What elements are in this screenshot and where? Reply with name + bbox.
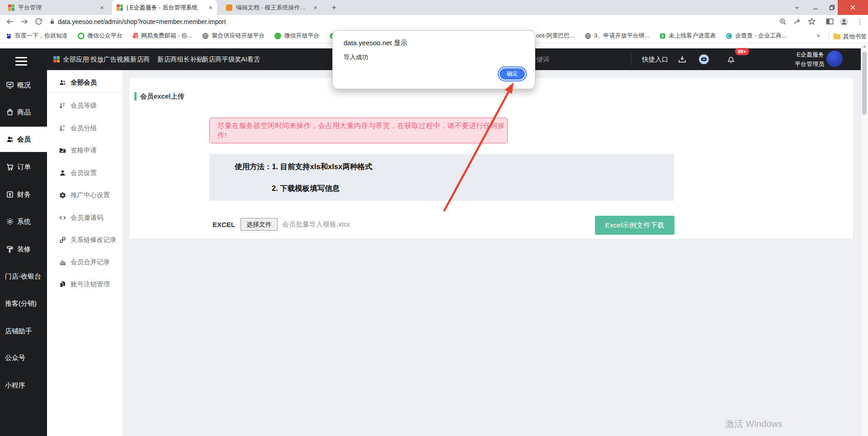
choose-file-button[interactable]: 选择文件 [241,218,278,231]
bookmark-item[interactable]: 微信公众平台 [78,32,123,40]
sidebar-item-decorate[interactable]: 装修 [0,237,47,262]
sidebar-item-official-account[interactable]: 公众号 [0,345,47,370]
menu-merge-log[interactable]: 会员合并记录 [47,251,123,273]
tab-close-icon[interactable]: × [314,5,317,11]
download-sample-button[interactable]: Excel示例文件下载 [595,216,675,235]
browser-profile-avatar[interactable] [839,17,849,27]
tab-close-icon[interactable]: × [209,5,212,11]
restore-button[interactable] [825,0,839,15]
hamburger-icon[interactable] [15,55,27,68]
submenu-divider [47,92,123,93]
eqy-logo-icon [8,5,14,11]
menu-member-group[interactable]: Az 会员分组 [47,117,123,139]
page-title: 会员excel上传 [140,91,184,101]
sidebar-item-order[interactable]: 订单 [0,154,47,180]
forward-icon[interactable] [20,17,29,26]
quick-entry-button[interactable]: 快捷入口 [642,48,668,70]
sidebar-item-shop-assistant[interactable]: 店铺助手 [0,318,47,344]
baidu-icon [5,33,12,39]
zoom-icon[interactable] [778,17,787,26]
tab-search-chevron-icon[interactable] [790,0,804,15]
download-icon[interactable] [677,54,687,64]
lock-icon[interactable] [49,18,56,25]
dashboard-icon [6,81,14,89]
nav-level-award[interactable]: 新店商平级奖 [202,48,241,70]
bookmark-item[interactable]: 企查查 - 企业工商... [726,32,786,40]
tab-platform[interactable]: 平台管理 × [4,0,108,15]
share-icon[interactable] [793,17,802,26]
tab-document[interactable]: 编辑文档 - 模王系统操作指南，接 × [222,0,322,15]
sidebar-item-pos[interactable]: 门店-收银台 [0,264,47,289]
svg-text:A: A [63,125,65,128]
menu-qualification[interactable]: 资格申请 [47,139,123,161]
url-text[interactable]: data.yeesoo.net/admin/shop?route=member.… [58,15,226,28]
bookmark-item[interactable]: ont-阿里巴巴... [536,32,575,40]
menu-member-settings[interactable]: 会员设置 [47,161,123,184]
nav-ad-video[interactable]: 投放广告视频 [90,48,130,70]
browser-window: 平台管理 × | E企盈服务 - 后台管理系统 × 编辑文档 - 模王系统操作指… [0,0,868,436]
refresh-icon[interactable] [34,17,43,26]
menu-all-members[interactable]: 全部会员 [47,71,123,94]
nav-divider [631,53,631,66]
wechat-mp-icon [78,33,85,39]
folder-icon [834,34,840,39]
nav-ai-tongue[interactable]: AI看舌 [241,48,260,70]
account-info[interactable]: E企盈服务 平台管理员 [795,50,824,69]
more-menu-icon[interactable]: ⋮ [856,17,863,26]
sidebar-item-finance[interactable]: 财务 [0,182,47,207]
wechat-open-icon [274,33,281,39]
sidebar-item-mini-program[interactable]: 小程序 [0,373,47,398]
warning-banner: 尽量在服务器空闲时间来操作，会占用大量内存与带宽，在获取过程中，请不要进行任何操… [209,118,508,143]
dialog-confirm-button[interactable]: 确定 [500,68,525,80]
tab-close-icon[interactable]: × [100,5,104,11]
new-tab-button[interactable]: + [328,2,340,13]
globe-icon [202,33,209,39]
sidebar-item-system[interactable]: 系统 [0,209,47,234]
bookmark-item[interactable]: 3、申请开放平台绑... [585,32,649,40]
bookmark-item[interactable]: 微信开放平台 [274,32,319,40]
bookmark-item[interactable]: 易 网易免费邮箱 - 你... [132,32,192,40]
bookmarks-divider [829,32,829,40]
svg-text:z: z [63,128,64,131]
doc-favicon-icon [226,5,232,11]
minimize-button[interactable] [808,0,823,15]
bell-icon[interactable] [726,54,736,64]
bookmarks-overflow-icon[interactable]: » [816,31,820,39]
address-bar: data.yeesoo.net/admin/shop?route=member.… [0,15,868,28]
user-avatar[interactable] [826,51,843,67]
nav-new-shop[interactable]: 新店商 [130,48,150,70]
close-button[interactable] [838,0,868,15]
menu-relation-log[interactable]: 关系链修改记录 [47,228,123,251]
tab-admin-system[interactable]: | E企盈服务 - 后台管理系统 × [112,0,217,15]
sidebar-item-overview[interactable]: 概况 [0,72,47,98]
eqy-logo-icon [117,5,123,11]
menu-invite-code[interactable]: 会员邀请码 [47,206,123,229]
cart-icon [6,163,14,171]
nav-all-apps[interactable]: 全部应用 [53,48,89,70]
paint-roller-icon [6,245,14,253]
tab-title: 平台管理 [18,4,97,12]
sidebar-item-member[interactable]: 会员 [0,127,47,152]
nav-leader-subsidy[interactable]: 新店商组长补贴 [157,48,203,70]
bookmark-item[interactable]: 百度一下，你就知道 [5,32,68,40]
other-bookmarks-button[interactable]: 其他书签 [834,33,867,41]
bookmark-star-icon[interactable] [807,17,816,26]
side-panel-icon[interactable] [826,17,834,26]
menu-account-cancel[interactable]: 账号注销管理 [47,273,123,295]
shopping-bag-icon [6,108,14,116]
bot-icon[interactable] [698,53,710,65]
selected-file-name: 会员批量导入模板.xlsx [282,220,350,229]
users-icon [59,79,66,86]
sidebar-item-goods[interactable]: 商品 [0,100,47,125]
back-icon[interactable] [5,17,14,26]
usage-line2: 2. 下载模板填写信息 [272,184,340,194]
qichacha-icon [726,33,732,39]
tab-title: | E企盈服务 - 后台管理系统 [127,4,205,12]
menu-member-level[interactable]: 会员等级 [47,94,123,117]
menu-promotion-settings[interactable]: 推广中心设置 [47,184,123,206]
sidebar-item-distribution[interactable]: 推客(分销) [0,291,47,316]
bookmark-item[interactable]: 未上线客户进度表 [659,32,716,40]
scrollbar-thumb[interactable] [862,52,867,115]
scroll-up-icon[interactable]: ▲ [861,44,868,48]
bookmark-item[interactable]: 聚合供应链开放平台 [202,32,264,40]
